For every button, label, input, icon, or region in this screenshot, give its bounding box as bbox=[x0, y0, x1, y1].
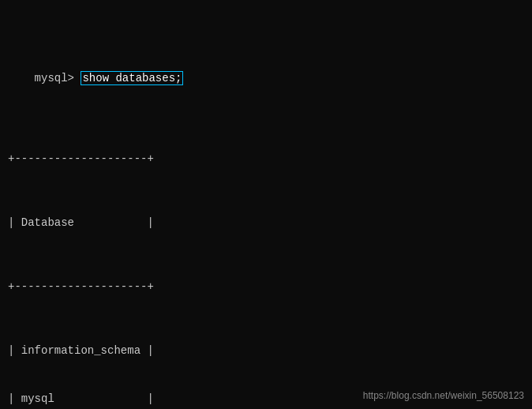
line-sep2: +--------------------+ bbox=[8, 279, 524, 295]
prompt-1: mysql> bbox=[35, 72, 81, 84]
watermark: https://blog.csdn.net/weixin_56508123 bbox=[363, 390, 524, 401]
line-info-schema: | information_schema | bbox=[8, 343, 524, 358]
cmd-show-databases: show databases; bbox=[81, 71, 183, 85]
terminal: mysql> show databases; +----------------… bbox=[0, 0, 532, 409]
line-sep1: +--------------------+ bbox=[8, 151, 524, 167]
line-show-databases: mysql> show databases; bbox=[8, 54, 524, 103]
line-db-header: | Database | bbox=[8, 215, 524, 231]
